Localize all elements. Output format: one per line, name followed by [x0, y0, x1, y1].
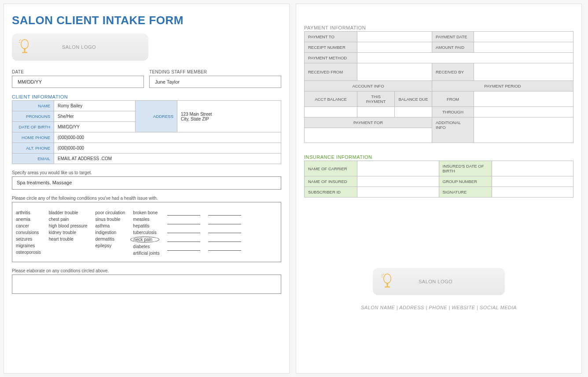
thispay-value[interactable] — [357, 107, 395, 117]
staff-input[interactable]: June Taylor — [149, 76, 281, 88]
condition-item[interactable]: bladder trouble — [49, 210, 88, 215]
cond-col-0: arthritisanemiacancerconvulsionsseizures… — [16, 210, 41, 256]
blank-line[interactable] — [167, 229, 200, 233]
logo-placeholder-footer: SALON LOGO — [373, 268, 505, 295]
date-input[interactable]: MM/DD/YY — [12, 76, 144, 88]
through-label: THROUGH — [432, 107, 474, 117]
amount-value[interactable] — [474, 42, 573, 53]
recfrom-value[interactable] — [357, 63, 432, 81]
amount-label: AMOUNT PAID — [432, 42, 474, 53]
email-value[interactable]: EMAIL AT ADDRESS .COM — [54, 154, 281, 164]
blank-line[interactable] — [208, 211, 241, 216]
addinfo-value[interactable] — [474, 117, 573, 143]
group-value[interactable] — [492, 176, 573, 187]
condition-item[interactable]: chest pain — [49, 217, 88, 222]
payment-header: PAYMENT INFORMATION — [304, 25, 573, 30]
condition-item[interactable]: poor circulation — [96, 210, 125, 215]
target-input[interactable]: Spa treatments, Massage — [12, 176, 281, 190]
condition-item[interactable]: kidney trouble — [49, 230, 88, 235]
paydate-value[interactable] — [474, 32, 573, 42]
pronouns-value[interactable]: She/Her — [54, 111, 136, 122]
page-1: SALON CLIENT INTAKE FORM SALON LOGO DATE… — [4, 4, 290, 373]
recby-label: RECEIVED BY — [432, 63, 474, 81]
altphone-value[interactable]: (000)000-000 — [54, 143, 281, 154]
target-label: Specify areas you would like us to targe… — [12, 170, 281, 175]
condition-item[interactable]: osteoporosis — [16, 250, 41, 255]
condition-item[interactable]: sinus trouble — [96, 217, 125, 222]
conditions-label: Please circle any of the following condi… — [12, 196, 281, 201]
form-title: SALON CLIENT INTAKE FORM — [12, 14, 281, 27]
svg-rect-2 — [22, 52, 27, 53]
blank-line[interactable] — [167, 246, 200, 251]
recfrom-label: RECEIVED FROM — [305, 63, 357, 81]
payfor-value[interactable] — [305, 128, 432, 143]
name-value[interactable]: Romy Bailey — [54, 101, 136, 111]
blank-line[interactable] — [167, 211, 200, 216]
insurance-header: INSURANCE INFORMATION — [304, 154, 573, 160]
through-value[interactable] — [474, 107, 573, 117]
staff-label: TENDING STAFF MEMBER — [149, 70, 281, 74]
idob-value[interactable] — [492, 161, 573, 176]
svg-rect-4 — [387, 283, 388, 287]
method-value[interactable] — [357, 53, 573, 63]
condition-item[interactable]: indigestion — [96, 230, 125, 235]
condition-item[interactable]: migraines — [16, 243, 41, 248]
address-value[interactable]: 123 Main Street City, State ZIP — [177, 101, 281, 132]
date-label: DATE — [12, 70, 144, 74]
condition-item[interactable]: seizures — [16, 237, 41, 242]
sig-value[interactable] — [492, 187, 573, 198]
condition-item[interactable]: dermatitis — [96, 237, 125, 242]
baldue-value[interactable] — [395, 107, 432, 117]
method-label: PAYMENT METHOD — [305, 53, 357, 63]
acctbal-label: ACCT BALANCE — [305, 92, 357, 107]
payfor-label: PAYMENT FOR — [305, 117, 432, 128]
homephone-value[interactable]: (000)000-000 — [54, 132, 281, 143]
dob-value[interactable]: MM/DD/YY — [54, 122, 136, 132]
idob-label: INSURED'S DATE OF BIRTH — [439, 161, 492, 176]
altphone-label: ALT. PHONE — [12, 143, 54, 154]
condition-item[interactable]: hepatitis — [133, 223, 159, 228]
condition-item[interactable]: measles — [133, 217, 159, 222]
blank-line[interactable] — [208, 220, 241, 224]
elaborate-input[interactable] — [12, 275, 281, 294]
blank-line[interactable] — [167, 220, 200, 224]
carrier-value[interactable] — [357, 161, 439, 176]
from-label: FROM — [432, 92, 474, 107]
period-label: PAYMENT PERIOD — [432, 81, 573, 92]
condition-item[interactable]: convulsions — [16, 230, 41, 235]
condition-item[interactable]: neck pain — [130, 237, 159, 242]
condition-item[interactable]: diabetes — [133, 244, 159, 249]
blank-line[interactable] — [208, 229, 241, 233]
svg-rect-1 — [24, 49, 26, 52]
blank-line[interactable] — [208, 238, 241, 242]
acctbal-value[interactable] — [305, 107, 357, 117]
condition-item[interactable]: heart trouble — [49, 237, 88, 242]
cond-col-3: broken bonemeasleshepatitistuberculosisn… — [133, 210, 159, 256]
subid-label: SUBSCRIBER ID — [305, 187, 357, 198]
payto-label: PAYMENT TO — [305, 32, 357, 42]
carrier-label: NAME OF CARRIER — [305, 161, 357, 176]
payto-value[interactable] — [357, 32, 432, 42]
condition-item[interactable]: anemia — [16, 217, 41, 222]
recby-value[interactable] — [474, 63, 573, 81]
subid-value[interactable] — [357, 187, 439, 198]
condition-item[interactable]: artificial joints — [133, 251, 159, 256]
from-value[interactable] — [474, 92, 573, 107]
blank-line[interactable] — [167, 238, 200, 242]
condition-item[interactable]: arthritis — [16, 210, 41, 215]
receipt-value[interactable] — [357, 42, 432, 53]
condition-item[interactable]: cancer — [16, 223, 41, 228]
svg-point-3 — [384, 274, 391, 283]
condition-item[interactable]: high blood pressure — [49, 223, 88, 228]
blank-line[interactable] — [208, 246, 241, 251]
condition-item[interactable]: epilepsy — [96, 243, 125, 248]
address-label: ADDRESS — [136, 101, 177, 132]
client-info-header: CLIENT INFORMATION — [12, 94, 281, 99]
condition-item[interactable]: broken bone — [133, 210, 159, 215]
insurance-table: NAME OF CARRIER INSURED'S DATE OF BIRTH … — [304, 161, 573, 198]
condition-item[interactable]: tuberculosis — [133, 230, 159, 235]
logo-placeholder: SALON LOGO — [12, 33, 148, 61]
condition-item[interactable]: asthma — [96, 223, 125, 228]
insured-value[interactable] — [357, 176, 439, 187]
dob-label: DATE OF BIRTH — [12, 122, 54, 132]
